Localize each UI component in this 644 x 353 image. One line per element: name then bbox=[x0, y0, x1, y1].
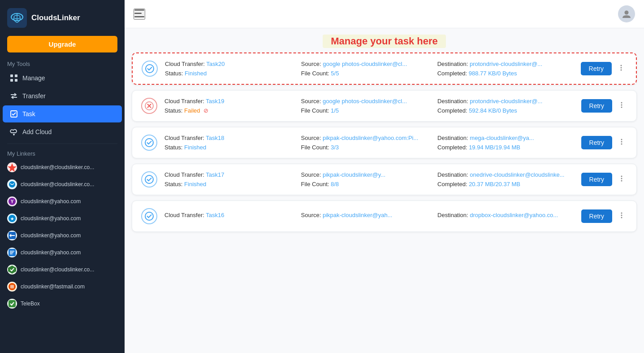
user-avatar-icon bbox=[622, 9, 631, 19]
sidebar-item-transfer[interactable]: Transfer bbox=[3, 87, 122, 105]
linker-item-5[interactable]: cloudslinker@yahoo.com bbox=[0, 227, 125, 244]
task17-dest-field: Destination: onedrive-cloudslinker@cloud… bbox=[437, 171, 574, 178]
linker-icon-8 bbox=[7, 282, 17, 292]
logo-icon bbox=[7, 8, 27, 28]
svg-text:Y: Y bbox=[11, 199, 14, 204]
task17-filecount-field: File Count: 8/8 bbox=[301, 181, 438, 187]
checkmark-icon bbox=[145, 138, 154, 147]
task18-info: Cloud Transfer: Task18 Source: pikpak-cl… bbox=[164, 135, 574, 151]
sidebar-item-add-cloud[interactable]: Add Cloud bbox=[3, 123, 122, 140]
linker-icon-6 bbox=[7, 248, 17, 257]
svg-point-36 bbox=[145, 175, 153, 183]
task20-info: Cloud Transfer: Task20 Source: google ph… bbox=[165, 61, 574, 77]
sidebar-item-manage[interactable]: Manage bbox=[3, 70, 122, 87]
user-avatar-button[interactable] bbox=[618, 5, 635, 22]
sidebar-item-task[interactable]: Task bbox=[3, 105, 122, 122]
svg-point-40 bbox=[145, 212, 153, 220]
task19-error-icon: ⊘ bbox=[203, 107, 208, 114]
task19-info: Cloud Transfer: Task19 Source: google ph… bbox=[164, 98, 574, 114]
task17-status-field: Status: Finished bbox=[164, 181, 301, 187]
svg-rect-4 bbox=[10, 74, 13, 77]
transfer-label: Transfer bbox=[22, 92, 46, 100]
linker-item-3[interactable]: Y cloudslinker@yahoo.com bbox=[0, 193, 125, 210]
svg-point-41 bbox=[621, 212, 622, 214]
task20-menu-button[interactable] bbox=[615, 63, 627, 75]
linker-item-6[interactable]: cloudslinker@yahoo.com bbox=[0, 244, 125, 261]
linker-item-8[interactable]: cloudslinker@fastmail.com bbox=[0, 278, 125, 295]
checkmark-icon bbox=[145, 64, 154, 73]
upgrade-button[interactable]: Upgrade bbox=[7, 36, 117, 52]
task19-source-field: Source: google photos-cloudslinker@cl... bbox=[301, 98, 438, 105]
svg-rect-5 bbox=[15, 74, 17, 77]
task20-completed-field: Completed: 988.77 KB/0 Bytes bbox=[437, 70, 574, 77]
linker-label-4: cloudslinker@yahoo.com bbox=[21, 215, 81, 222]
svg-text:★: ★ bbox=[10, 217, 14, 221]
task20-filecount-field: File Count: 5/5 bbox=[301, 70, 437, 77]
task18-name-field: Cloud Transfer: Task18 bbox=[164, 135, 301, 141]
svg-point-35 bbox=[621, 143, 622, 144]
linker-item-4[interactable]: ★ cloudslinker@yahoo.com bbox=[0, 210, 125, 227]
task19-filecount-field: File Count: 1/5 bbox=[301, 107, 438, 114]
task19-menu-button[interactable] bbox=[616, 100, 627, 112]
svg-point-23 bbox=[625, 11, 629, 15]
linker-label-1: cloudslinker@cloudslinker.co... bbox=[21, 164, 94, 170]
sidebar: CloudsLinker Upgrade My Tools Manage Tra… bbox=[0, 0, 125, 353]
task19-dest-field: Destination: protondrive-cloudslinker@..… bbox=[437, 98, 574, 105]
linker-icon-3: Y bbox=[7, 196, 17, 206]
task19-completed-field: Completed: 592.84 KB/0 Bytes bbox=[437, 107, 574, 114]
svg-point-33 bbox=[621, 139, 622, 140]
task-card-task19: Cloud Transfer: Task19 Source: google ph… bbox=[132, 90, 637, 122]
main-content: Manage your task here Cloud Transfer: Ta… bbox=[125, 0, 644, 353]
linker-item-2[interactable]: cloudslinker@cloudslinker.co... bbox=[0, 176, 125, 193]
svg-point-38 bbox=[621, 178, 622, 179]
linker-label-3: cloudslinker@yahoo.com bbox=[21, 198, 81, 205]
task17-info: Cloud Transfer: Task17 Source: pikpak-cl… bbox=[164, 171, 574, 187]
task16-retry-button[interactable]: Retry bbox=[581, 209, 612, 223]
task19-actions: Retry bbox=[581, 99, 627, 113]
task20-source-field: Source: google photos-cloudslinker@cl... bbox=[301, 61, 437, 67]
task20-retry-button[interactable]: Retry bbox=[581, 62, 612, 75]
task17-retry-button[interactable]: Retry bbox=[581, 173, 612, 186]
task19-retry-button[interactable]: Retry bbox=[581, 99, 612, 113]
my-tools-section: My Tools bbox=[0, 58, 125, 69]
linker-item-9[interactable]: TeleBox bbox=[0, 295, 125, 312]
svg-rect-20 bbox=[134, 9, 144, 11]
kebab-menu-icon bbox=[618, 138, 626, 146]
hamburger-icon bbox=[134, 9, 144, 17]
svg-point-25 bbox=[621, 65, 622, 66]
kebab-menu-icon bbox=[618, 211, 626, 219]
task19-status-icon bbox=[141, 98, 157, 114]
kebab-menu-icon bbox=[618, 174, 626, 183]
svg-point-24 bbox=[146, 65, 154, 73]
task20-status-field: Status: Finished bbox=[165, 70, 301, 77]
task16-source-field: Source: pikpak-cloudslinker@yah... bbox=[301, 212, 438, 218]
linker-label-5: cloudslinker@yahoo.com bbox=[21, 232, 81, 239]
task17-status-icon bbox=[141, 171, 157, 187]
svg-point-43 bbox=[621, 217, 622, 218]
task-card-task17: Cloud Transfer: Task17 Source: pikpak-cl… bbox=[132, 164, 637, 195]
task-label: Task bbox=[22, 110, 35, 118]
linker-item-1[interactable]: cloudslinker@cloudslinker.co... bbox=[0, 159, 125, 176]
svg-point-29 bbox=[621, 102, 622, 103]
svg-point-31 bbox=[621, 106, 622, 108]
linker-icon-2 bbox=[7, 179, 17, 189]
task-card-task16: Cloud Transfer: Task16 Source: pikpak-cl… bbox=[132, 200, 637, 232]
task16-status-icon bbox=[141, 208, 157, 224]
task17-menu-button[interactable] bbox=[616, 174, 627, 186]
task18-retry-button[interactable]: Retry bbox=[581, 136, 612, 149]
page-title: Manage your task here bbox=[323, 35, 445, 48]
task16-info: Cloud Transfer: Task16 Source: pikpak-cl… bbox=[164, 212, 574, 221]
linker-item-7[interactable]: cloudslinker@cloudslinker.co... bbox=[0, 261, 125, 278]
svg-point-39 bbox=[621, 180, 622, 181]
linker-icon-1 bbox=[7, 162, 17, 172]
kebab-menu-icon bbox=[617, 64, 625, 72]
task-card-task18: Cloud Transfer: Task18 Source: pikpak-cl… bbox=[132, 127, 637, 158]
task-icon bbox=[10, 110, 18, 118]
task-card-task20: Cloud Transfer: Task20 Source: google ph… bbox=[132, 52, 637, 85]
task18-actions: Retry bbox=[581, 136, 627, 149]
my-linkers-section: My Linkers bbox=[0, 147, 125, 159]
app-name: CloudsLinker bbox=[31, 13, 80, 22]
task16-menu-button[interactable] bbox=[616, 210, 627, 222]
task18-menu-button[interactable] bbox=[616, 137, 627, 149]
menu-toggle-button[interactable] bbox=[134, 9, 145, 20]
